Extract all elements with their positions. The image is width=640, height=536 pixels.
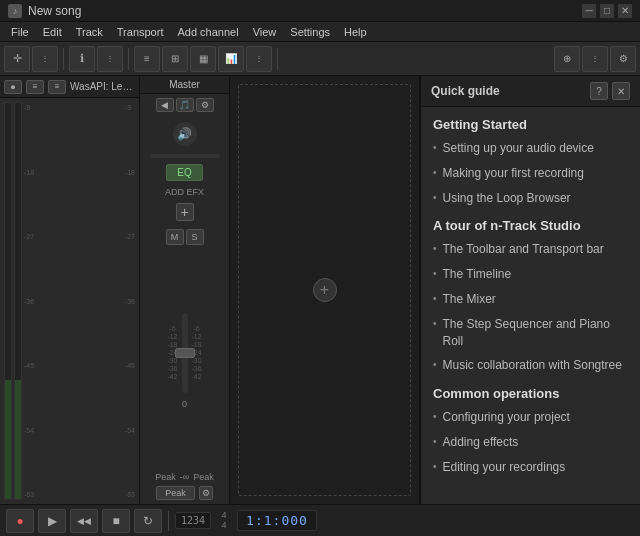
guide-item-configure-project[interactable]: • Configuring your project [433,409,628,426]
eq-button[interactable]: EQ [166,164,202,181]
menu-file[interactable]: File [4,22,36,42]
close-button[interactable]: ✕ [618,4,632,18]
guide-item-step-sequencer[interactable]: • The Step Sequencer and Piano Roll [433,316,628,350]
quick-guide-panel: Quick guide ? ✕ Getting Started • Settin… [420,76,640,504]
guide-title: Quick guide [431,84,500,98]
track-menu-btn[interactable]: ≡ [26,80,44,94]
track-name: WasAPI: Left channel/WasPI... [70,81,135,92]
toolbar-grip-2-btn[interactable]: ⋮ [97,46,123,72]
guide-item-adding-effects[interactable]: • Adding effects [433,434,628,451]
menu-bar: File Edit Track Transport Add channel Vi… [0,22,640,42]
song-track-area[interactable]: + [238,84,411,496]
toolbar-move-btn[interactable]: ✛ [4,46,30,72]
toolbar-info-btn[interactable]: ℹ [69,46,95,72]
menu-view[interactable]: View [246,22,284,42]
record-button[interactable]: ● [6,509,34,533]
time-display: 1:1:000 [237,510,317,531]
main-area: ● ≡ ≡ WasAPI: Left channel/WasPI... [0,76,640,504]
peak-value: -∞ [180,472,189,482]
stop-button[interactable]: ■ [102,509,130,533]
loop-button[interactable]: ↻ [134,509,162,533]
bullet-icon: • [433,192,437,203]
bullet-icon: • [433,359,437,370]
menu-settings[interactable]: Settings [283,22,337,42]
guide-item-first-recording[interactable]: • Making your first recording [433,165,628,182]
track-list-btn[interactable]: ≡ [48,80,66,94]
guide-header: Quick guide ? ✕ [421,76,640,107]
guide-item-mixer[interactable]: • The Mixer [433,291,628,308]
mute-button[interactable]: M [166,229,184,245]
db-label: 0 [182,399,187,409]
guide-item-timeline[interactable]: • The Timeline [433,266,628,283]
toolbar-settings-btn[interactable]: ⚙ [610,46,636,72]
song-area: + [230,76,419,504]
guide-section-tour: A tour of n-Track Studio • The Toolbar a… [433,218,628,374]
guide-content: Getting Started • Setting up your audio … [421,107,640,504]
play-button[interactable]: ▶ [38,509,66,533]
menu-transport[interactable]: Transport [110,22,171,42]
menu-track[interactable]: Track [69,22,110,42]
bullet-icon: • [433,411,437,422]
bullet-icon: • [433,436,437,447]
guide-item-text: Setting up your audio device [443,140,594,157]
bullet-icon: • [433,293,437,304]
guide-item-editing-recordings[interactable]: • Editing your recordings [433,459,628,476]
speaker-icon: 🔊 [173,122,197,146]
channel-settings-button[interactable]: ⚙ [199,486,213,500]
fader-area: -6 -12 -18 -24 -30 -36 -42 [167,249,201,468]
guide-item-text: Adding effects [443,434,519,451]
fader-handle[interactable] [175,348,195,358]
guide-help-button[interactable]: ? [590,82,608,100]
bullet-icon: • [433,142,437,153]
toolbar-pattern-btn[interactable]: ▦ [190,46,216,72]
mixer-area: Master ◀ 🎵 ⚙ 🔊 EQ ADD EFX + M S [140,76,419,504]
channel-mic-btn[interactable]: 🎵 [176,98,194,112]
guide-close-button[interactable]: ✕ [612,82,630,100]
toolbar-menu-btn[interactable]: ⋮ [582,46,608,72]
channel-arrow-btn[interactable]: ◀ [156,98,174,112]
minimize-button[interactable]: ─ [582,4,596,18]
meter-bottom: 4 [222,521,227,531]
peak-button[interactable]: Peak [156,486,195,500]
channel-bottom: Peak -∞ Peak Peak ⚙ [140,468,229,504]
menu-help[interactable]: Help [337,22,374,42]
add-track-button[interactable]: + [313,278,337,302]
toolbar-dots-btn[interactable]: ⋮ [246,46,272,72]
guide-item-text: The Mixer [443,291,496,308]
bullet-icon: • [433,268,437,279]
tour-title: A tour of n-Track Studio [433,218,628,233]
guide-item-text: Making your first recording [443,165,584,182]
getting-started-title: Getting Started [433,117,628,132]
window-controls: ─ □ ✕ [582,4,632,18]
guide-item-text: Editing your recordings [443,459,566,476]
maximize-button[interactable]: □ [600,4,614,18]
guide-item-songtree[interactable]: • Music collaboration with Songtree [433,357,628,374]
ms-buttons: M S [166,229,204,245]
bullet-icon: • [433,243,437,254]
toolbar-grid-btn[interactable]: ⊞ [162,46,188,72]
toolbar-grip-btn[interactable]: ⋮ [32,46,58,72]
guide-section-common-ops: Common operations • Configuring your pro… [433,386,628,475]
peak-label-left: Peak [155,472,176,482]
guide-section-getting-started: Getting Started • Setting up your audio … [433,117,628,206]
guide-item-text: Configuring your project [443,409,570,426]
menu-edit[interactable]: Edit [36,22,69,42]
track-area: ● ≡ ≡ WasAPI: Left channel/WasPI... [0,76,419,504]
track-record-btn[interactable]: ● [4,80,22,94]
guide-item-audio-device[interactable]: • Setting up your audio device [433,140,628,157]
rewind-button[interactable]: ◀◀ [70,509,98,533]
toolbar-target-btn[interactable]: ⊕ [554,46,580,72]
toolbar-mixer-btn[interactable]: ≡ [134,46,160,72]
add-effect-button[interactable]: + [176,203,194,221]
title-bar: ♪ New song ─ □ ✕ [0,0,640,22]
guide-item-loop-browser[interactable]: • Using the Loop Browser [433,190,628,207]
menu-add-channel[interactable]: Add channel [170,22,245,42]
channel-wave-btn[interactable]: ⚙ [196,98,214,112]
guide-item-toolbar[interactable]: • The Toolbar and Transport bar [433,241,628,258]
volume-fader[interactable] [182,313,188,393]
bpm-display[interactable]: 1234 [175,512,211,529]
solo-button[interactable]: S [186,229,204,245]
main-toolbar: ✛ ⋮ ℹ ⋮ ≡ ⊞ ▦ 📊 ⋮ ⊕ ⋮ ⚙ [0,42,640,76]
toolbar-chart-btn[interactable]: 📊 [218,46,244,72]
track-header: ● ≡ ≡ WasAPI: Left channel/WasPI... [0,76,139,98]
